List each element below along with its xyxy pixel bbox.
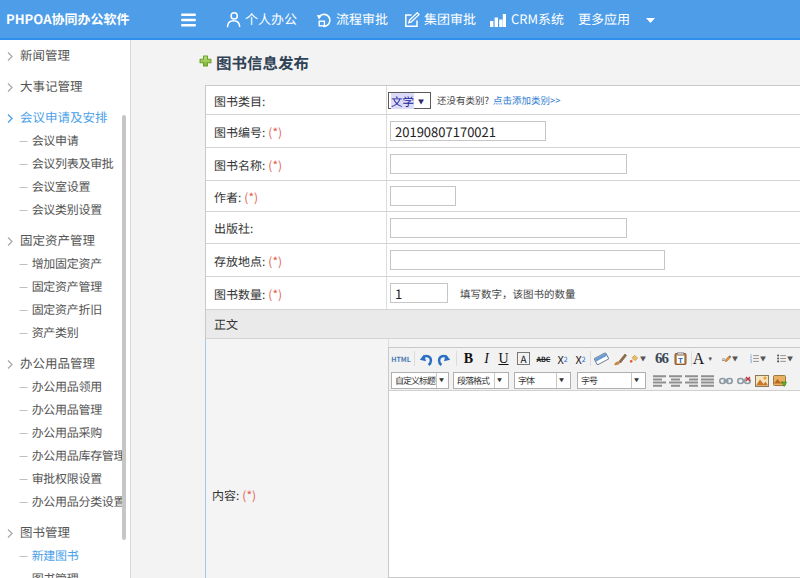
svg-text:T: T (678, 356, 683, 365)
svg-text:a: a (722, 356, 725, 362)
svg-text:3: 3 (750, 360, 752, 364)
